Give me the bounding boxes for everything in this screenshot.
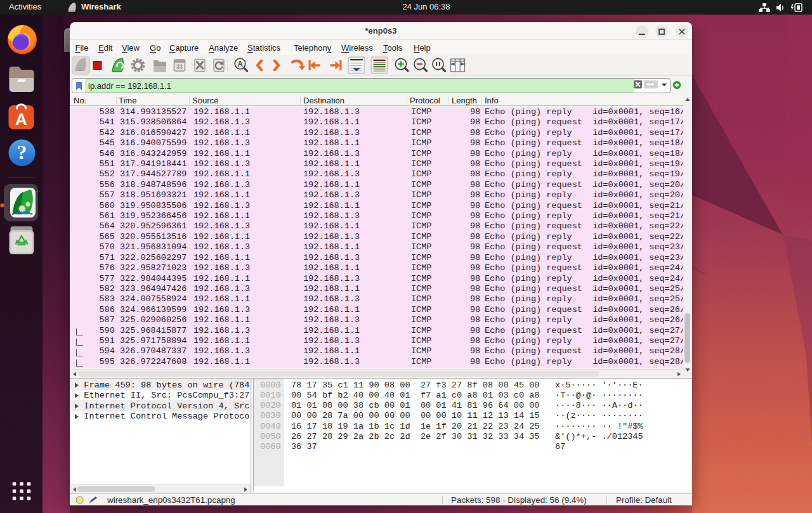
- svg-text:A: A: [15, 110, 27, 129]
- svg-text:?: ?: [17, 141, 27, 164]
- svg-text:A: A: [237, 60, 243, 68]
